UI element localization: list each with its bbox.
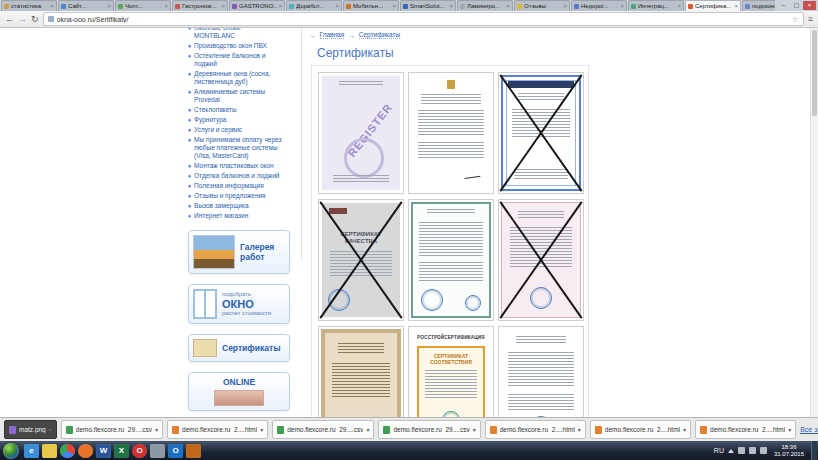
chrome-icon[interactable] [60,444,75,458]
opera-icon[interactable]: O [132,444,147,458]
tab-laminirovanie[interactable]: Ламиниро...× [457,0,513,11]
tab-close-icon[interactable]: × [620,3,624,9]
sidebar-item-oplata[interactable]: ♦Мы принимаем оплату через любые платежн… [188,136,298,160]
certificate-thumbnail-7[interactable] [318,326,404,417]
tab-otzyvy[interactable]: Отзывы× [514,0,570,11]
maximize-button[interactable]: ▢ [790,1,803,10]
sidebar-item-aluminievye[interactable]: ♦Алюминиевые системы Provedal [188,88,298,104]
tab-close-icon[interactable]: × [392,3,396,9]
sidebar-item-osteklenie[interactable]: ♦Остекление балконов и лоджий [188,52,298,68]
tab-close-icon[interactable]: × [734,3,738,9]
folder-icon[interactable] [42,444,57,458]
tab-close-icon[interactable]: × [677,3,681,9]
sidebar-item-otdelka[interactable]: ♦Отделка балконов и лоджий [188,172,298,180]
scrollbar-thumb[interactable] [812,30,817,116]
sidebar-item-steklopakety[interactable]: ♦Стеклопакеты [188,106,298,114]
firefox-icon[interactable] [78,444,93,458]
volume-icon[interactable] [760,447,767,454]
sidebar-item-derevyannye[interactable]: ♦Деревянные окна (сосна, лиственница дуб… [188,70,298,86]
download-item[interactable]: demo.flexcore.ru_2....html▾ [695,420,796,439]
tab-dorabotka[interactable]: Доработ...× [286,0,342,11]
tab-close-icon[interactable]: × [335,3,339,9]
browser-menu-icon[interactable]: ≡ [808,14,813,24]
minimize-button[interactable]: – [777,1,790,10]
excel-icon[interactable]: X [114,444,129,458]
download-item[interactable]: demo.flexcore.ru_29....csv▾ [272,420,374,439]
back-icon[interactable]: ← [5,15,14,24]
bookmark-star-icon[interactable]: ☆ [792,15,799,24]
sidebar-item-montazh[interactable]: ♦Монтаж пластиковых окон [188,162,298,170]
certificate-thumbnail-5[interactable] [408,199,494,321]
download-item[interactable]: demo.flexcore.ru_2....html▾ [167,420,268,439]
chevron-down-icon[interactable]: ▾ [683,426,686,433]
ie-icon[interactable]: e [24,444,39,458]
sidebar-item-magazin[interactable]: ♦Интернет магазин [188,212,298,220]
tab-close-icon[interactable]: × [449,3,453,9]
chevron-down-icon[interactable]: ▾ [49,426,52,433]
certificate-thumbnail-6[interactable] [498,199,584,321]
page-scrollbar[interactable] [810,28,818,417]
tab-close-icon[interactable]: × [164,3,168,9]
sidebar-item-proizvodstvo[interactable]: ♦Производство окон ПВХ [188,42,298,50]
sidebar-item-poleznaya[interactable]: ♦Полезная информация [188,182,298,190]
download-item[interactable]: demo.flexcore.ru_29....csv▾ [378,420,480,439]
action-center-icon[interactable] [738,447,745,454]
close-button[interactable]: × [803,1,816,10]
tab-smartsolutions[interactable]: SmartSolut...× [400,0,456,11]
start-button[interactable] [3,443,19,459]
address-bar[interactable]: okna-ooo.ru/Sertifikaty/ ☆ [43,12,804,26]
download-item[interactable]: matz.png▾ [4,420,57,439]
tab-2[interactable]: Сайт...× [58,0,114,11]
show-desktop-button[interactable] [811,441,817,460]
certificate-thumbnail-4[interactable]: СЕРТИФИКАТ КАЧЕСТВА [318,199,404,321]
certificate-thumbnail-8[interactable]: РОССТРОЙСЕРТИФИКАЦИЯ СЕРТИФИКАТ СООТВЕТС… [408,326,494,417]
certificate-thumbnail-9[interactable] [498,326,584,417]
tab-statistika[interactable]: статистика× [1,0,57,11]
forward-icon[interactable]: → [18,15,27,24]
chevron-down-icon[interactable]: ▾ [578,426,581,433]
chevron-down-icon[interactable]: ▾ [473,426,476,433]
promo-certificates[interactable]: Сертификаты [188,334,290,362]
sidebar-item-otzyvy[interactable]: ♦Отзывы и предложения [188,192,298,200]
promo-gallery[interactable]: Галерея работ [188,230,290,274]
tab-close-icon[interactable]: × [107,3,111,9]
taskbar-clock[interactable]: 18:36 31.07.2015 [771,444,807,458]
download-item[interactable]: demo.flexcore.ru_2....html▾ [485,420,586,439]
chevron-down-icon[interactable]: ▾ [260,426,263,433]
tab-close-icon[interactable]: × [221,3,225,9]
refresh-icon[interactable]: ↻ [31,15,39,24]
tab-close-icon[interactable]: × [278,3,282,9]
tab-nedorogie[interactable]: Недорог...× [571,0,627,11]
tray-expand-icon[interactable] [728,449,734,453]
chevron-down-icon[interactable]: ▾ [155,426,158,433]
tab-close-icon[interactable]: × [50,3,54,9]
certificate-thumbnail-1[interactable]: REGISTER [318,72,404,194]
promo-window-configurator[interactable]: подобрать ОКНО расчет стоимости [188,284,290,324]
tab-3[interactable]: Чопт...× [115,0,171,11]
sidebar-item-uslugi[interactable]: ♦Услуги и сервис [188,126,298,134]
download-item[interactable]: demo.flexcore.ru_29....csv▾ [61,420,163,439]
word-icon[interactable]: W [96,444,111,458]
outlook-icon[interactable]: O [168,444,183,458]
chevron-down-icon[interactable]: ▾ [366,426,369,433]
media-player-icon[interactable] [186,444,201,458]
breadcrumb-home-link[interactable]: Главная [320,31,345,39]
promo-online-consultant[interactable]: ONLINE [188,372,290,411]
sidebar-item-montblanc[interactable]: ♦Оконные блоки MONTBLANC [188,28,298,40]
tab-gastronom[interactable]: Гастроном...× [172,0,228,11]
notepad-icon[interactable] [150,444,165,458]
tab-gastrono-en[interactable]: GASTRONO...× [229,0,285,11]
tab-mobilny[interactable]: Мобильн...× [343,0,399,11]
network-icon[interactable] [749,447,756,454]
sidebar-item-furnitura[interactable]: ♦Фурнитура [188,116,298,124]
tab-close-icon[interactable]: × [506,3,510,9]
certificate-thumbnail-2[interactable] [408,72,494,194]
certificate-thumbnail-3[interactable] [498,72,584,194]
chevron-down-icon[interactable]: ▾ [788,426,791,433]
tab-integracia[interactable]: Интеграц...× [628,0,684,11]
show-all-downloads-link[interactable]: Все загруженные файл... [800,426,818,433]
language-indicator[interactable]: RU [714,447,724,454]
download-item[interactable]: demo.flexcore.ru_2....html▾ [590,420,691,439]
sidebar-item-zamershik[interactable]: ♦Вызов замерщика [188,202,298,210]
tab-sertifikaty-active[interactable]: Сертифика...× [685,0,741,11]
